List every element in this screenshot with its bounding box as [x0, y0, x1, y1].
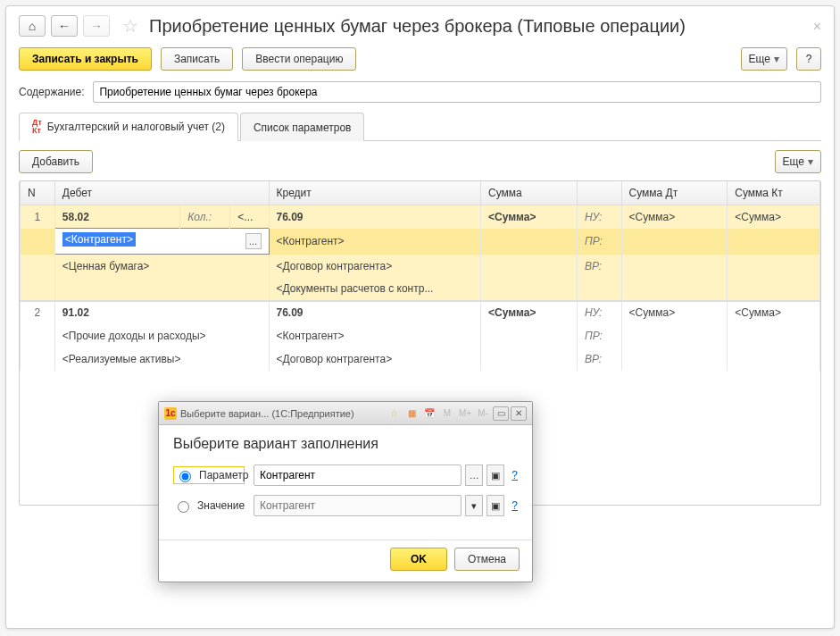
option-parameter[interactable]: Параметр	[173, 466, 245, 484]
tabs: ДтКт Бухгалтерский и налоговый учет (2) …	[19, 112, 821, 141]
value-open-button[interactable]: ▣	[487, 495, 504, 516]
parameter-help-link[interactable]: ?	[511, 469, 518, 481]
cell-debit-sub1[interactable]: <Контрагент>	[62, 232, 136, 247]
value-dropdown-button[interactable]: ▾	[465, 495, 483, 516]
save-and-close-button[interactable]: Записать и закрыть	[19, 47, 152, 71]
cell-sum-dt[interactable]: <Сумма>	[621, 205, 728, 229]
table-row[interactable]: 1 58.02 Кол.: <... 76.09 <Сумма> НУ: <Су…	[21, 205, 820, 229]
dialog-footer: OK Отмена	[159, 540, 532, 582]
cell-sum-kt[interactable]: <Сумма>	[728, 205, 820, 229]
table-row[interactable]: <Прочие доходы и расходы> <Контрагент> П…	[21, 324, 820, 347]
cell-sum-kt[interactable]: <Сумма>	[728, 301, 820, 324]
tab-parameters[interactable]: Список параметров	[240, 113, 365, 141]
parameter-open-button[interactable]: ▣	[487, 464, 504, 486]
home-button[interactable]: ⌂	[19, 15, 46, 37]
cell-credit-sub1[interactable]: <Контрагент>	[269, 229, 480, 255]
save-button[interactable]: Записать	[161, 47, 233, 71]
cell-sum[interactable]: <Сумма>	[481, 205, 578, 229]
col-credit[interactable]: Кредит	[269, 181, 480, 205]
cell-credit-acc[interactable]: 76.09	[269, 205, 480, 229]
radio-value[interactable]	[178, 501, 189, 513]
tab-parameters-label: Список параметров	[254, 121, 352, 134]
value-help-link[interactable]: ?	[511, 499, 518, 512]
m-plus-icon[interactable]: M+	[457, 406, 473, 421]
page-title: Приобретение ценных бумаг через брокера …	[149, 16, 686, 37]
dialog-title: Выберите вариант заполнения	[173, 436, 518, 452]
add-button[interactable]: Добавить	[19, 150, 93, 173]
table-row[interactable]: <Контрагент> … <Контрагент> ПР:	[21, 229, 820, 255]
cell-sum-dt[interactable]: <Сумма>	[621, 301, 728, 324]
option-value-label: Значение	[197, 499, 245, 512]
content-field-row: Содержание:	[19, 81, 821, 103]
cell-credit-sub1[interactable]: <Контрагент>	[269, 324, 480, 347]
ok-button[interactable]: OK	[390, 548, 447, 571]
cell-qty-val[interactable]: <...	[230, 205, 269, 229]
col-debit[interactable]: Дебет	[54, 181, 269, 205]
table-row[interactable]: <Реализуемые активы> <Договор контрагент…	[21, 347, 820, 371]
cell-n: 1	[21, 205, 55, 229]
cell-debit-acc[interactable]: 91.02	[54, 301, 269, 324]
cell-pr-label: ПР:	[577, 324, 621, 347]
option-parameter-label: Параметр	[199, 469, 248, 481]
m-icon[interactable]: M	[439, 406, 455, 421]
fill-variant-dialog: 1c Выберите вариан... (1С:Предприятие) ☆…	[158, 401, 533, 582]
titlebar: ⌂ ← → ☆ Приобретение ценных бумаг через …	[19, 15, 821, 37]
enter-operation-button[interactable]: Ввести операцию	[242, 47, 356, 71]
dialog-minimize-icon[interactable]: ▭	[493, 406, 509, 421]
value-input	[254, 495, 462, 516]
option-value[interactable]: Значение	[173, 498, 245, 513]
cell-vr-label: ВР:	[577, 347, 621, 371]
help-button[interactable]: ?	[796, 47, 821, 71]
m-minus-icon[interactable]: M-	[475, 406, 491, 421]
option-value-row: Значение ▾ ▣ ?	[173, 495, 518, 516]
cell-credit-sub2[interactable]: <Договор контрагента>	[269, 347, 480, 371]
tab-accounting-icon: ДтКт	[32, 119, 42, 135]
cell-credit-sub3[interactable]: <Документы расчетов с контр...	[269, 278, 480, 301]
table-row[interactable]: 2 91.02 76.09 <Сумма> НУ: <Сумма> <Сумма…	[21, 301, 820, 324]
cell-n: 2	[21, 301, 55, 324]
content-input[interactable]	[93, 81, 821, 103]
cell-debit-acc[interactable]: 58.02	[54, 205, 179, 229]
close-icon[interactable]: ×	[813, 19, 821, 35]
main-toolbar: Записать и закрыть Записать Ввести опера…	[19, 47, 821, 71]
sub-more-button[interactable]: Еще	[775, 150, 821, 173]
col-n[interactable]: N	[21, 181, 55, 205]
calendar-icon[interactable]: 📅	[421, 406, 437, 421]
cell-nu-label: НУ:	[577, 205, 621, 229]
table-row[interactable]: <Ценная бумага> <Договор контрагента> ВР…	[21, 255, 820, 278]
back-button[interactable]: ←	[51, 15, 78, 37]
parameter-input[interactable]	[254, 464, 462, 486]
option-parameter-row: Параметр … ▣ ?	[173, 464, 518, 486]
cell-vr-label: ВР:	[577, 255, 621, 278]
more-button[interactable]: Еще	[741, 47, 787, 71]
app-icon: 1c	[164, 407, 177, 420]
cell-debit-sub2[interactable]: <Реализуемые активы>	[54, 347, 269, 371]
dialog-close-icon[interactable]: ✕	[511, 406, 527, 421]
cell-debit-sub2[interactable]: <Ценная бумага>	[54, 255, 269, 278]
table-row[interactable]: <Документы расчетов с контр...	[21, 278, 820, 301]
sub-toolbar: Добавить Еще	[19, 150, 821, 173]
radio-parameter[interactable]	[179, 471, 191, 482]
col-sum[interactable]: Сумма	[481, 181, 578, 205]
cell-nu-label: НУ:	[577, 301, 621, 324]
cell-qty-label: Кол.:	[180, 205, 230, 229]
cell-pr-label: ПР:	[577, 229, 621, 255]
parameter-lookup-button[interactable]: …	[465, 464, 483, 486]
cell-credit-acc[interactable]: 76.09	[269, 301, 480, 324]
cancel-button[interactable]: Отмена	[454, 548, 520, 571]
cell-credit-sub2[interactable]: <Договор контрагента>	[269, 255, 480, 278]
lookup-button[interactable]: …	[245, 233, 262, 249]
dialog-titlebar[interactable]: 1c Выберите вариан... (1С:Предприятие) ☆…	[159, 402, 532, 425]
forward-button[interactable]: →	[83, 15, 110, 37]
cell-debit-sub1[interactable]: <Прочие доходы и расходы>	[54, 324, 269, 347]
content-label: Содержание:	[19, 86, 84, 98]
tab-accounting-label: Бухгалтерский и налоговый учет (2)	[47, 121, 225, 133]
calc-icon[interactable]: ▦	[403, 406, 420, 421]
favorite-icon[interactable]: ☆	[122, 15, 138, 37]
col-sum-kt[interactable]: Сумма Кт	[728, 181, 820, 205]
star-icon[interactable]: ☆	[386, 406, 402, 421]
main-window: ⌂ ← → ☆ Приобретение ценных бумаг через …	[5, 5, 835, 629]
cell-sum[interactable]: <Сумма>	[481, 301, 578, 324]
tab-accounting[interactable]: ДтКт Бухгалтерский и налоговый учет (2)	[19, 113, 238, 141]
col-sum-dt[interactable]: Сумма Дт	[621, 181, 728, 205]
